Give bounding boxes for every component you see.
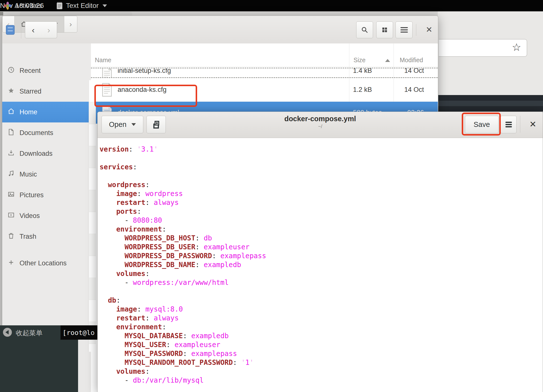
collapse-menu-button[interactable] bbox=[3, 328, 12, 337]
file-icon bbox=[102, 68, 112, 78]
forward-button[interactable]: › bbox=[41, 21, 57, 38]
back-button[interactable]: ‹ bbox=[25, 21, 42, 38]
file-row-initial-setup-ks.cfg[interactable]: initial-setup-ks.cfg 1.4 kB 14 Oct bbox=[91, 68, 438, 78]
sidebar-item-trash[interactable]: Trash bbox=[2, 226, 91, 247]
files-menu-button[interactable] bbox=[396, 21, 413, 38]
sidebar-item-label: Recent bbox=[20, 67, 41, 75]
files-headerbar: ‹ › ‹ Home › bbox=[2, 16, 438, 44]
file-modified: 14 Oct bbox=[404, 68, 424, 75]
background-dark-panel bbox=[438, 95, 543, 112]
hamburger-menu-icon bbox=[400, 27, 408, 28]
distro-pinwheel-icon bbox=[4, 2, 12, 10]
close-icon: ✕ bbox=[529, 119, 537, 129]
chevron-down-icon bbox=[103, 4, 107, 7]
sidebar-item-label: Other Locations bbox=[20, 259, 67, 267]
trash-icon bbox=[8, 232, 15, 241]
chevron-right-icon: › bbox=[47, 26, 50, 34]
app-menu-text-editor[interactable]: Text Editor bbox=[56, 0, 107, 11]
hamburger-menu-icon bbox=[505, 122, 512, 123]
new-document-button[interactable] bbox=[146, 116, 166, 133]
downloads-icon bbox=[8, 149, 15, 158]
editor-menu-button[interactable] bbox=[501, 116, 517, 133]
activities-label: Activities bbox=[15, 2, 42, 10]
sidebar-item-label: Starred bbox=[20, 88, 42, 95]
sidebar-item-label: Downloads bbox=[20, 150, 53, 157]
chevron-right-icon: › bbox=[69, 20, 72, 28]
browser-address-bar[interactable]: ☆ bbox=[439, 39, 527, 57]
annotation-rect-save-button bbox=[462, 113, 501, 136]
grid-view-button[interactable] bbox=[376, 21, 393, 38]
toolbar-separator bbox=[21, 21, 21, 39]
files-list-edge-strip bbox=[89, 80, 96, 352]
toolbar-separator bbox=[416, 24, 416, 36]
terminal-prompt-text: [root@lo bbox=[61, 329, 95, 336]
header-separator bbox=[520, 116, 520, 133]
sidebar-item-downloads[interactable]: Downloads bbox=[2, 143, 91, 164]
sidebar-item-label: Trash bbox=[20, 233, 36, 240]
home-icon bbox=[8, 108, 15, 117]
yaml-code: version: '3.1' services: wordpress: imag… bbox=[98, 138, 543, 385]
sidebar-item-label: Music bbox=[20, 171, 37, 178]
file-size: 1.2 kB bbox=[353, 86, 372, 94]
annotation-rect-docker-compose-row bbox=[94, 85, 197, 107]
header-divider bbox=[91, 66, 438, 67]
terminal-window-sliver[interactable]: [root@lo bbox=[61, 325, 97, 340]
grid-view-icon bbox=[381, 26, 388, 33]
starred-icon bbox=[8, 87, 15, 96]
background-window-edge bbox=[0, 12, 3, 16]
app-menu-label: Text Editor bbox=[66, 2, 99, 10]
background-browser-window: ☆ bbox=[438, 11, 543, 112]
open-button-label: Open bbox=[109, 120, 126, 129]
sidebar-item-label: Documents bbox=[20, 129, 53, 137]
editor-close-button[interactable]: ✕ bbox=[526, 117, 540, 131]
music-icon bbox=[8, 170, 15, 179]
file-modified: 14 Oct bbox=[404, 86, 424, 94]
text-editor-window: docker-compose.yml ~/ Open Save ✕ versio… bbox=[97, 112, 543, 392]
activities-button[interactable]: Activities bbox=[4, 0, 42, 11]
recent-icon bbox=[8, 66, 15, 75]
sidebar-item-videos[interactable]: Videos bbox=[2, 205, 91, 226]
search-button[interactable] bbox=[356, 21, 373, 38]
path-next-button[interactable]: › bbox=[64, 16, 77, 32]
files-app-icon bbox=[5, 25, 15, 35]
column-header-modified[interactable]: Modified bbox=[400, 57, 423, 64]
files-sidebar: Recent Starred Home Documents Downloads … bbox=[2, 43, 91, 326]
new-document-icon bbox=[152, 120, 161, 129]
sidebar-item-recent[interactable]: Recent bbox=[2, 60, 91, 81]
sidebar-item-music[interactable]: Music bbox=[2, 164, 91, 185]
top-bar: Activities Text Editor Nov 18 03:26 bbox=[0, 0, 543, 11]
file-size: 1.4 kB bbox=[353, 68, 372, 75]
videos-icon bbox=[8, 212, 15, 220]
close-icon: ✕ bbox=[426, 25, 433, 34]
sidebar-item-starred[interactable]: Starred bbox=[2, 81, 91, 102]
collapse-menu-label: 收起菜单 bbox=[16, 329, 42, 337]
background-window-tab bbox=[20, 12, 132, 16]
text-editor-icon bbox=[56, 2, 63, 10]
pictures-icon bbox=[8, 191, 15, 199]
sort-ascending-icon bbox=[385, 59, 390, 62]
sidebar-item-label: Pictures bbox=[20, 191, 44, 199]
bookmark-star-icon[interactable]: ☆ bbox=[512, 41, 521, 53]
chevron-left-icon: ‹ bbox=[32, 26, 35, 34]
column-header-size[interactable]: Size bbox=[354, 57, 366, 64]
search-icon bbox=[361, 26, 368, 34]
sidebar-item-home[interactable]: Home bbox=[2, 102, 91, 122]
open-button[interactable]: Open bbox=[102, 116, 143, 133]
background-dark-panel-row bbox=[438, 101, 543, 106]
documents-icon bbox=[8, 129, 15, 137]
chevron-left-icon bbox=[5, 330, 9, 334]
sidebar-item-other-locations[interactable]: Other Locations bbox=[2, 253, 91, 274]
column-header-name[interactable]: Name bbox=[95, 57, 111, 64]
chevron-down-icon bbox=[131, 123, 136, 126]
sidebar-item-documents[interactable]: Documents bbox=[2, 122, 91, 143]
sidebar-item-label: Home bbox=[20, 108, 37, 116]
files-close-button[interactable]: ✕ bbox=[422, 23, 436, 37]
sidebar-item-pictures[interactable]: Pictures bbox=[2, 185, 91, 205]
sidebar-item-label: Videos bbox=[20, 212, 40, 220]
editor-text-area[interactable]: version: '3.1' services: wordpress: imag… bbox=[98, 138, 543, 392]
file-name: initial-setup-ks.cfg bbox=[118, 68, 171, 75]
other-locations-icon bbox=[8, 259, 15, 268]
